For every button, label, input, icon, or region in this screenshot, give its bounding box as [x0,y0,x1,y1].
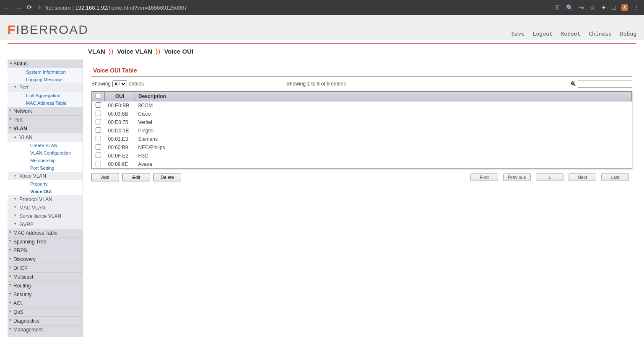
chinese-link[interactable]: Chinese [589,31,612,37]
table-row[interactable]: 00:D0:1EPingtel [92,127,632,135]
sidebar-item-port[interactable]: ▾Port [8,83,83,92]
add-button[interactable]: Add [91,173,119,181]
row-checkbox[interactable] [96,102,101,108]
pager-first[interactable]: First [470,173,498,181]
table-row[interactable]: 00:E0:BB3COM [92,101,632,110]
row-checkbox[interactable] [96,153,101,158]
address-bar[interactable]: Not secure | 192.168.1.92/home.html?ver=… [44,5,187,11]
sidebar-item-vlan-configuration[interactable]: VLAN Configuration [8,149,83,157]
share-icon[interactable]: ↪ [579,4,584,11]
forward-icon[interactable]: → [16,4,22,11]
column-description[interactable]: Description [135,92,632,101]
sidebar-item-mac-address-table-sub[interactable]: MAC Address Table [8,99,83,107]
cell-description: NEC/Philips [135,143,632,152]
sidebar-item-acl[interactable]: ▾ACL [8,299,83,308]
row-checkbox[interactable] [96,111,101,116]
debug-link[interactable]: Debug [620,31,636,37]
sidebar-item-protocol-vlan[interactable]: ▾Protocol VLAN [8,195,83,204]
reboot-link[interactable]: Reboot [561,31,580,37]
extensions-icon[interactable]: ✦ [601,4,606,11]
row-checkbox[interactable] [96,136,101,141]
column-oui[interactable]: OUI [105,92,135,101]
breadcrumb-voice-oui[interactable]: Voice OUI [164,48,193,55]
delete-button[interactable]: Delete [153,173,181,181]
password-key-icon[interactable]: ⚿ [554,4,560,11]
sidebar-item-logging-message[interactable]: Logging Message [8,76,83,83]
sidebar-item-security[interactable]: ▾Security [8,290,83,299]
row-checkbox[interactable] [96,144,101,150]
sidebar-item-vlan-sub[interactable]: ▴VLAN [8,133,83,142]
table-row[interactable]: 00:E0:75Veritel [92,118,632,127]
sidebar-item-system-information[interactable]: System Information [8,68,83,76]
sidebar-item-routing[interactable]: ▾Routing [8,282,83,290]
url-path: /home.html?ver=1666691250887 [107,5,187,11]
section-title: Voice OUI Table [91,64,632,77]
breadcrumb: VLAN ⟩⟩ Voice VLAN ⟩⟩ Voice OUI [0,44,644,59]
oui-table: OUI Description 00:E0:BB3COM00:03:6BCisc… [92,91,632,168]
table-row[interactable]: 00:01:E3Siemens [92,135,632,143]
sidebar-item-network[interactable]: ▾Network [8,107,83,116]
table-row[interactable]: 00:60:B9NEC/Philips [92,143,632,152]
cell-description: Avaya [135,160,632,168]
reload-icon[interactable]: ⟳ [27,4,32,11]
sidebar-item-spanning-tree[interactable]: ▾Spanning Tree [8,238,83,246]
sidebar-item-qos[interactable]: ▾QoS [8,308,83,317]
logout-link[interactable]: Logout [533,31,553,37]
search-input[interactable] [578,80,632,88]
sidebar-item-link-aggregation[interactable]: Link Aggregation [8,92,83,99]
table-row[interactable]: 00:0F:E2H3C [92,152,632,160]
entries-select[interactable]: All [112,80,127,87]
select-all-header[interactable] [92,92,105,101]
cell-description: Pingtel [135,127,632,135]
sidebar-item-membership[interactable]: Membership [8,157,83,164]
sidebar-item-mac-address-table[interactable]: ▾MAC Address Table [8,229,83,238]
cell-oui: 00:60:B9 [105,143,135,152]
sidebar-item-voice-oui[interactable]: Voice OUI [8,188,83,195]
pager-last[interactable]: Last [601,173,629,181]
window-icon[interactable]: □ [612,4,615,11]
sidebar-item-diagnostics[interactable]: ▾Diagnostics [8,317,83,326]
cell-oui: 00:01:E3 [105,135,135,143]
main-content: Voice OUI Table Showing All entries Show… [83,59,636,337]
breadcrumb-vlan[interactable]: VLAN [88,48,105,55]
star-icon[interactable]: ☆ [590,4,595,11]
extension-badge-icon[interactable]: 🐶 [621,4,628,11]
save-link[interactable]: Save [512,31,525,37]
row-checkbox[interactable] [96,119,101,124]
cell-description: Cisco [135,110,632,118]
showing-range: Showing 1 to 8 of 8 entries [286,81,346,87]
cell-oui: 00:03:6B [105,110,135,118]
sidebar-item-status[interactable]: ▲Status [8,59,83,68]
sidebar-item-discovery[interactable]: ▾Discovery [8,255,83,264]
row-checkbox[interactable] [96,127,101,133]
sidebar-item-gvrp[interactable]: ▾GVRP [8,220,83,229]
pager-next[interactable]: Next [569,173,596,181]
sidebar-item-management[interactable]: ▾Management [8,326,83,334]
menu-icon[interactable]: ⋮ [634,4,640,11]
sidebar-item-multicast[interactable]: ▾Multicast [8,273,83,282]
back-icon[interactable]: ← [4,4,10,11]
breadcrumb-voice-vlan[interactable]: Voice VLAN [117,48,152,55]
select-all-checkbox[interactable] [96,93,101,98]
table-row[interactable]: 00:09:6EAvaya [92,160,632,168]
sidebar-item-create-vlan[interactable]: Create VLAN [8,142,83,149]
sidebar-item-dhcp[interactable]: ▾DHCP [8,264,83,273]
sidebar-item-property[interactable]: Property [8,180,83,188]
showing-label-post: entries [129,81,144,87]
edit-button[interactable]: Edit [122,173,150,181]
row-checkbox[interactable] [96,161,101,166]
sidebar-item-mac-vlan[interactable]: ▾MAC VLAN [8,204,83,212]
zoom-icon[interactable]: 🔍 [566,4,573,11]
table-row[interactable]: 00:03:6BCisco [92,110,632,118]
sidebar-item-erps[interactable]: ▾ERPS [8,246,83,255]
showing-label-pre: Showing [91,81,111,87]
sidebar-item-voice-vlan[interactable]: ▴Voice VLAN [8,172,83,180]
sidebar-item-port-setting[interactable]: Port Setting [8,164,83,172]
pager-page-1[interactable]: 1 [536,173,564,181]
cell-oui: 00:D0:1E [105,127,135,135]
sidebar-item-port-top[interactable]: ▾Port [8,116,83,124]
pager-previous[interactable]: Previous [503,173,531,181]
cell-description: Veritel [135,118,632,127]
sidebar-item-vlan[interactable]: ▾VLAN [8,124,83,133]
sidebar-item-surveillance-vlan[interactable]: ▾Surveillance VLAN [8,212,83,220]
